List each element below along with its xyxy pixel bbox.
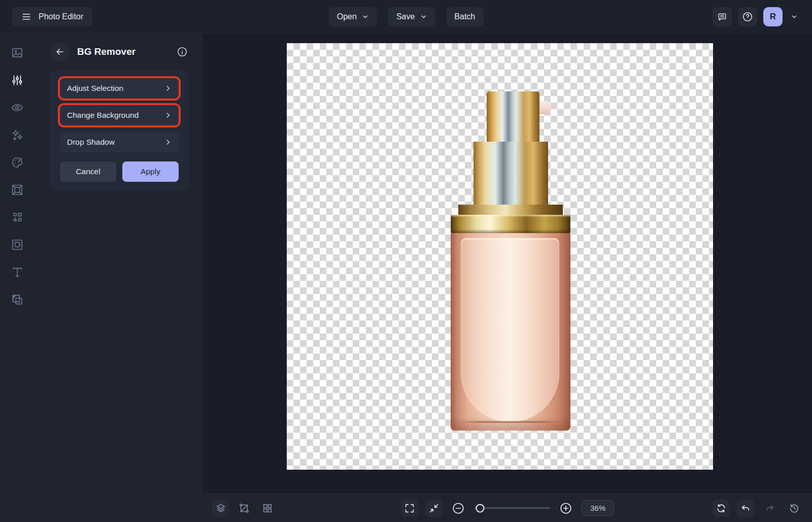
batch-button[interactable]: Batch bbox=[446, 7, 483, 26]
panel-title: BG Remover bbox=[77, 46, 136, 57]
undo-icon bbox=[740, 503, 751, 514]
text-icon bbox=[11, 266, 24, 279]
apply-button[interactable]: Apply bbox=[122, 161, 179, 182]
bottom-bar: 36% bbox=[203, 494, 812, 522]
bottle-pump-collar bbox=[473, 142, 548, 205]
shapes-icon bbox=[11, 211, 24, 224]
chevron-down-icon bbox=[362, 13, 369, 20]
history-controls bbox=[713, 500, 803, 517]
zoom-in-icon bbox=[559, 502, 572, 515]
view-toggles bbox=[212, 500, 276, 517]
editing-canvas[interactable] bbox=[287, 43, 713, 470]
tool-frame[interactable] bbox=[8, 181, 26, 199]
canvas-area bbox=[203, 34, 812, 494]
undo-button[interactable] bbox=[737, 500, 754, 517]
tool-adjustments[interactable] bbox=[8, 71, 26, 89]
zoom-slider-knob[interactable] bbox=[476, 504, 485, 512]
chevron-down-icon bbox=[791, 13, 798, 20]
bottle-base-line bbox=[459, 421, 561, 423]
layers-overlap-icon bbox=[11, 293, 24, 306]
app-title: Photo Editor bbox=[39, 12, 83, 21]
sliders-icon bbox=[11, 74, 24, 87]
chevron-right-icon bbox=[164, 112, 172, 119]
history-icon bbox=[789, 503, 800, 514]
change-background-button[interactable]: Change Background bbox=[60, 105, 179, 125]
topbar-center-actions: Open Save Batch bbox=[329, 7, 484, 26]
fit-screen-button[interactable] bbox=[425, 500, 443, 517]
feedback-comment-icon bbox=[717, 12, 727, 22]
fullscreen-button[interactable] bbox=[401, 500, 418, 517]
panel-actions: Cancel Apply bbox=[60, 161, 179, 182]
frame-icon bbox=[11, 183, 24, 197]
reset-button[interactable] bbox=[713, 500, 730, 517]
image-icon bbox=[11, 46, 24, 59]
texture-filter-icon bbox=[11, 238, 24, 251]
help-icon bbox=[742, 11, 753, 22]
drop-shadow-button[interactable]: Drop Shadow bbox=[60, 132, 179, 152]
zoom-out-button[interactable] bbox=[450, 500, 467, 517]
main-menu-button[interactable]: Photo Editor bbox=[12, 7, 92, 26]
transform-toggle-button[interactable] bbox=[235, 500, 253, 517]
zoom-in-button[interactable] bbox=[557, 500, 574, 517]
transform-icon bbox=[239, 503, 250, 514]
back-button[interactable] bbox=[51, 43, 69, 61]
back-arrow-icon bbox=[55, 47, 65, 57]
paint-palette-icon bbox=[11, 156, 24, 169]
hamburger-icon bbox=[21, 12, 31, 22]
zoom-controls: 36% bbox=[401, 500, 614, 517]
bottle-gold-band bbox=[451, 215, 570, 233]
cancel-button[interactable]: Cancel bbox=[60, 161, 116, 182]
account-menu-chevron[interactable] bbox=[789, 7, 800, 26]
help-button[interactable] bbox=[738, 7, 757, 26]
zoom-out-icon bbox=[452, 502, 465, 515]
adjust-selection-button[interactable]: Adjust Selection bbox=[60, 78, 179, 99]
chevron-right-icon bbox=[164, 85, 172, 92]
fit-screen-icon bbox=[428, 503, 439, 514]
tool-layers[interactable] bbox=[8, 290, 26, 309]
product-image-bottle bbox=[287, 43, 713, 470]
save-button[interactable]: Save bbox=[388, 7, 435, 26]
tool-shapes[interactable] bbox=[8, 208, 26, 226]
workspace: 36% bbox=[203, 34, 812, 522]
tool-sidebar bbox=[0, 34, 35, 522]
bg-remover-panel: BG Remover Adjust Selection Change Backg… bbox=[35, 34, 203, 522]
chevron-right-icon bbox=[164, 139, 172, 146]
tool-image[interactable] bbox=[8, 44, 26, 62]
redo-button[interactable] bbox=[761, 500, 779, 517]
tool-texture[interactable] bbox=[8, 236, 26, 254]
redo-icon bbox=[764, 503, 775, 514]
reset-icon bbox=[716, 503, 727, 514]
bottle-cap-step bbox=[458, 205, 563, 215]
zoom-level-badge[interactable]: 36% bbox=[582, 500, 614, 516]
layers-icon bbox=[215, 503, 226, 514]
fullscreen-icon bbox=[404, 503, 415, 514]
photo-editor-app: Photo Editor Open Save Batch bbox=[0, 0, 812, 522]
eye-icon bbox=[11, 101, 24, 114]
info-icon bbox=[177, 46, 188, 57]
top-bar: Photo Editor Open Save Batch bbox=[0, 0, 812, 34]
panel-header: BG Remover bbox=[35, 34, 203, 68]
user-avatar[interactable]: R bbox=[763, 7, 783, 26]
topbar-right: R bbox=[713, 7, 800, 26]
tool-retouch[interactable] bbox=[8, 126, 26, 144]
zoom-slider[interactable] bbox=[474, 507, 550, 509]
info-button[interactable] bbox=[176, 45, 189, 58]
retouch-sparkles-icon bbox=[11, 128, 24, 142]
tool-options-card: Adjust Selection Change Background Drop … bbox=[50, 70, 189, 191]
open-button[interactable]: Open bbox=[329, 7, 377, 26]
bottle-inner-liquid bbox=[461, 238, 559, 422]
bottle-pump-head bbox=[487, 91, 539, 142]
tool-text[interactable] bbox=[8, 263, 26, 281]
chevron-down-icon bbox=[420, 13, 427, 20]
tool-paint[interactable] bbox=[8, 153, 26, 172]
tool-eye[interactable] bbox=[8, 99, 26, 117]
feedback-button[interactable] bbox=[713, 7, 732, 26]
grid-toggle-button[interactable] bbox=[259, 500, 276, 517]
grid-icon bbox=[262, 503, 273, 514]
history-button[interactable] bbox=[786, 500, 803, 517]
layers-toggle-button[interactable] bbox=[212, 500, 229, 517]
